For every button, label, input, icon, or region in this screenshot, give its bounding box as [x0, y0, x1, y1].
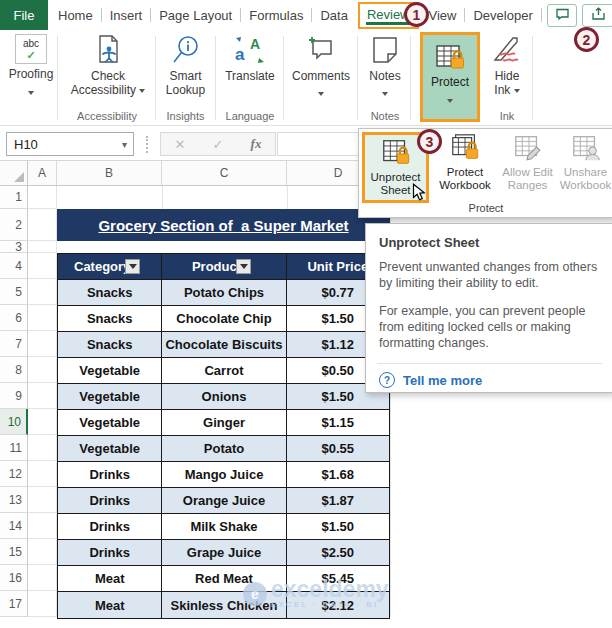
table-cell[interactable]: Drinks — [58, 462, 162, 487]
grid-cell[interactable] — [28, 253, 57, 279]
notes-button[interactable]: Notes — [362, 34, 408, 100]
row-header[interactable]: 6 — [0, 305, 28, 331]
grid-cell[interactable] — [28, 409, 57, 435]
translate-button[interactable]: aA Translate — [218, 34, 282, 83]
share-button[interactable] — [582, 4, 612, 27]
table-cell[interactable]: $1.68 — [287, 462, 389, 487]
row-header[interactable]: 1 — [0, 186, 28, 209]
row-header[interactable]: 10 — [0, 409, 28, 435]
table-cell[interactable]: Vegetable — [58, 384, 162, 409]
comments-button[interactable]: Comments — [288, 34, 354, 100]
tell-me-more-link[interactable]: ? Tell me more — [379, 372, 600, 388]
grid-cell[interactable] — [28, 357, 57, 383]
row-header[interactable]: 4 — [0, 253, 28, 279]
tab-insert[interactable]: Insert — [102, 8, 151, 23]
cancel-icon[interactable]: ✕ — [175, 137, 186, 152]
row-header[interactable]: 8 — [0, 357, 28, 383]
grid-cell[interactable] — [28, 513, 57, 539]
grid-cell[interactable] — [28, 539, 57, 565]
table-cell[interactable]: Potato Chips — [162, 280, 286, 305]
table-cell[interactable]: Vegetable — [58, 410, 162, 435]
table-cell[interactable]: Drinks — [58, 540, 162, 565]
table-cell[interactable]: $0.55 — [287, 436, 389, 461]
row-header[interactable]: 7 — [0, 331, 28, 357]
table-cell[interactable]: Vegetable — [58, 358, 162, 383]
row-header[interactable]: 11 — [0, 435, 28, 461]
table-cell[interactable]: Snacks — [58, 280, 162, 305]
table-cell[interactable]: Chocolate Biscuits — [162, 332, 286, 357]
column-header-a[interactable]: A — [28, 161, 57, 185]
table-cell[interactable]: Milk Shake — [162, 514, 286, 539]
hide-ink-button[interactable]: Hide Ink — [484, 34, 530, 97]
row-header[interactable]: 3 — [0, 241, 28, 253]
row-header[interactable]: 15 — [0, 539, 28, 565]
row-header[interactable]: 5 — [0, 279, 28, 305]
table-cell[interactable]: Snacks — [58, 306, 162, 331]
tab-home[interactable]: Home — [50, 8, 101, 23]
table-cell[interactable]: Snacks — [58, 332, 162, 357]
insert-function-icon[interactable]: fx — [251, 136, 262, 152]
tab-developer[interactable]: Developer — [465, 8, 540, 23]
table-cell[interactable]: $1.15 — [287, 410, 389, 435]
column-headers: A B C D — [0, 161, 390, 186]
grid-cell[interactable] — [28, 383, 57, 409]
table-cell[interactable]: Potato — [162, 436, 286, 461]
grid-cell[interactable] — [28, 435, 57, 461]
row-header[interactable]: 16 — [0, 565, 28, 591]
table-cell[interactable]: Vegetable — [58, 436, 162, 461]
protect-button[interactable]: Protect — [420, 32, 480, 122]
tab-formulas[interactable]: Formulas — [241, 8, 311, 23]
enter-icon[interactable]: ✓ — [213, 137, 224, 152]
name-box[interactable]: H10 ▾ — [6, 132, 134, 156]
table-cell[interactable]: Chocolate Chip — [162, 306, 286, 331]
table-cell[interactable]: Meat — [58, 566, 162, 591]
grid-cell[interactable] — [28, 487, 57, 513]
table-cell[interactable]: Mango Juice — [162, 462, 286, 487]
grid-cell[interactable] — [28, 591, 57, 617]
grid-cell[interactable] — [28, 241, 57, 253]
check-accessibility-button[interactable]: Check Accessibility — [62, 34, 154, 97]
group-divider — [410, 36, 411, 120]
grid-cell[interactable] — [28, 331, 57, 357]
grid-cell[interactable] — [28, 461, 57, 487]
table-cell[interactable]: Meat — [58, 592, 162, 618]
row-header[interactable]: 2 — [0, 209, 28, 241]
table-cell[interactable]: Drinks — [58, 488, 162, 513]
grid-cell[interactable] — [28, 186, 57, 209]
row-header[interactable]: 12 — [0, 461, 28, 487]
table-cell[interactable]: $5.45 — [287, 566, 389, 591]
table-cell[interactable]: $1.87 — [287, 488, 389, 513]
tab-data[interactable]: Data — [312, 8, 355, 23]
name-box-dropdown-icon[interactable]: ▾ — [122, 139, 127, 150]
row-header[interactable]: 14 — [0, 513, 28, 539]
column-header-c[interactable]: C — [162, 161, 287, 185]
smart-lookup-button[interactable]: Smart Lookup — [158, 34, 213, 97]
filter-dropdown-button[interactable] — [125, 259, 140, 274]
tab-page-layout[interactable]: Page Layout — [151, 8, 240, 23]
row-header[interactable]: 17 — [0, 591, 28, 617]
table-cell[interactable]: $2.50 — [287, 540, 389, 565]
table-cell[interactable]: Skinless Chicken — [162, 592, 286, 618]
row-header[interactable]: 9 — [0, 383, 28, 409]
grid-cell[interactable] — [28, 209, 57, 241]
grid-cell[interactable] — [28, 279, 57, 305]
table-cell[interactable]: $1.50 — [287, 514, 389, 539]
table-cell[interactable]: Drinks — [58, 514, 162, 539]
table-cell[interactable]: Red Meat — [162, 566, 286, 591]
table-cell[interactable]: Orange Juice — [162, 488, 286, 513]
proofing-button[interactable]: abc✓ Proofing — [6, 34, 56, 99]
table-cell[interactable]: Onions — [162, 384, 286, 409]
tab-file[interactable]: File — [0, 0, 48, 30]
smart-lookup-label-line2: Lookup — [158, 83, 213, 97]
grid-cell[interactable] — [28, 305, 57, 331]
filter-dropdown-button[interactable] — [236, 259, 251, 274]
select-all-corner[interactable] — [0, 161, 28, 185]
table-cell[interactable]: Ginger — [162, 410, 286, 435]
table-cell[interactable]: $2.12 — [287, 592, 389, 618]
table-cell[interactable]: Grape Juice — [162, 540, 286, 565]
table-cell[interactable]: Carrot — [162, 358, 286, 383]
grid-cell[interactable] — [28, 565, 57, 591]
column-header-b[interactable]: B — [57, 161, 162, 185]
comments-toggle-button[interactable] — [547, 4, 577, 27]
row-header[interactable]: 13 — [0, 487, 28, 513]
